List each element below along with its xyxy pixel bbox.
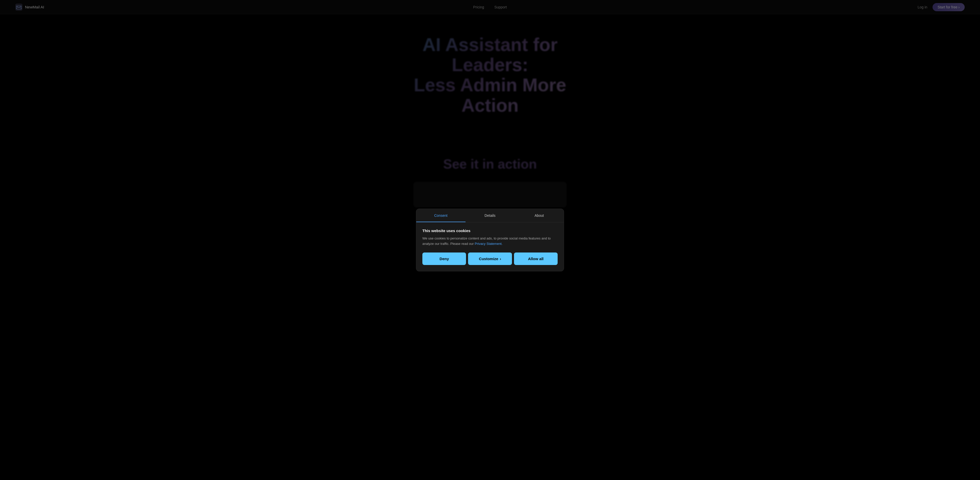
modal-body: This website uses cookies We use cookies… <box>416 222 564 253</box>
allow-all-button[interactable]: Allow all <box>514 252 558 265</box>
modal-buttons: Deny Customize › Allow all <box>416 252 564 271</box>
tab-details[interactable]: Details <box>466 209 515 222</box>
cookie-body-text: We use cookies to personalize content an… <box>422 236 558 247</box>
modal-tabs: Consent Details About <box>416 209 564 222</box>
cookie-heading: This website uses cookies <box>422 228 558 233</box>
modal-overlay: Consent Details About This website uses … <box>0 0 980 480</box>
privacy-link[interactable]: Privacy Statement. <box>475 242 503 246</box>
customize-button[interactable]: Customize › <box>468 252 512 265</box>
tab-consent[interactable]: Consent <box>416 209 466 222</box>
cookie-modal: Consent Details About This website uses … <box>416 209 564 272</box>
tab-about[interactable]: About <box>514 209 564 222</box>
deny-button[interactable]: Deny <box>422 252 466 265</box>
